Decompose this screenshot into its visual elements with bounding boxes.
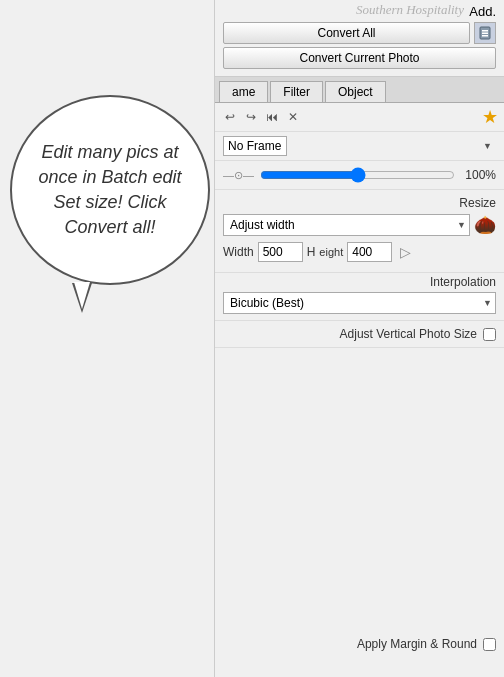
height-input[interactable] xyxy=(347,242,392,262)
frame-row: No Frame Frame 1 Frame 2 xyxy=(215,132,504,161)
redo-icon[interactable]: ↪ xyxy=(242,108,260,126)
tab-frame[interactable]: ame xyxy=(219,81,268,102)
close-icon[interactable]: ✕ xyxy=(284,108,302,126)
toolbar-row: ↩ ↪ ⏮ ✕ ★ xyxy=(215,103,504,132)
icon-box xyxy=(474,22,496,44)
resize-select[interactable]: Adjust width Adjust height Exact size Pe… xyxy=(223,214,470,236)
height-label: H xyxy=(307,245,316,259)
interp-header: Interpolation xyxy=(223,275,496,289)
width-input[interactable] xyxy=(258,242,303,262)
resize-section: Resize Adjust width Adjust height Exact … xyxy=(215,190,504,273)
convert-all-button[interactable]: Convert All xyxy=(223,22,470,44)
main-panel: Southern Hospitality Add. Convert All Co… xyxy=(214,0,504,677)
star-icon[interactable]: ★ xyxy=(482,106,498,128)
slider-row: —⊙— 100% xyxy=(215,161,504,190)
adjust-vertical-row: Adjust Vertical Photo Size xyxy=(215,321,504,348)
interp-select[interactable]: Bicubic (Best) Bilinear Nearest Neighbor xyxy=(223,292,496,314)
slider-icon: —⊙— xyxy=(223,169,254,182)
convert-current-row: Convert Current Photo xyxy=(223,47,496,69)
add-label: Add. xyxy=(469,4,496,19)
resize-select-wrap: Adjust width Adjust height Exact size Pe… xyxy=(223,214,470,236)
convert-current-button[interactable]: Convert Current Photo xyxy=(223,47,496,69)
acorn-icon: 🌰 xyxy=(474,214,496,236)
svg-rect-1 xyxy=(482,30,488,32)
adjust-vertical-label: Adjust Vertical Photo Size xyxy=(340,327,477,341)
apply-margin-label: Apply Margin & Round xyxy=(357,637,477,651)
apply-margin-checkbox[interactable] xyxy=(483,638,496,651)
adjust-vertical-checkbox[interactable] xyxy=(483,328,496,341)
interp-select-wrap: Bicubic (Best) Bilinear Nearest Neighbor xyxy=(223,292,496,314)
watermark: Southern Hospitality xyxy=(356,2,464,18)
opacity-slider[interactable] xyxy=(260,167,455,183)
undo-icon[interactable]: ↩ xyxy=(221,108,239,126)
width-label: Width xyxy=(223,245,254,259)
svg-rect-3 xyxy=(482,35,488,37)
dimensions-row: Width H Height eight ▷ xyxy=(223,242,496,262)
percent-label: 100% xyxy=(461,168,496,182)
tabs: ame Filter Object xyxy=(215,77,504,103)
interpolation-section: Interpolation Bicubic (Best) Bilinear Ne… xyxy=(215,273,504,321)
convert-all-row: Convert All xyxy=(223,22,496,44)
tab-object[interactable]: Object xyxy=(325,81,386,102)
frame-select-wrap: No Frame Frame 1 Frame 2 xyxy=(223,136,496,156)
speech-bubble-text: Edit many pics at once in Batch edit Set… xyxy=(32,140,188,241)
resize-header: Resize xyxy=(223,196,496,210)
svg-rect-2 xyxy=(482,33,488,35)
apply-margin-row: Apply Margin & Round xyxy=(214,631,504,657)
expand-icon[interactable]: ▷ xyxy=(396,243,414,261)
resize-row: Adjust width Adjust height Exact size Pe… xyxy=(223,214,496,236)
speech-bubble: Edit many pics at once in Batch edit Set… xyxy=(10,95,210,285)
height-abbrev: eight xyxy=(319,246,343,258)
skip-icon[interactable]: ⏮ xyxy=(263,108,281,126)
frame-select[interactable]: No Frame Frame 1 Frame 2 xyxy=(223,136,287,156)
tab-filter[interactable]: Filter xyxy=(270,81,323,102)
